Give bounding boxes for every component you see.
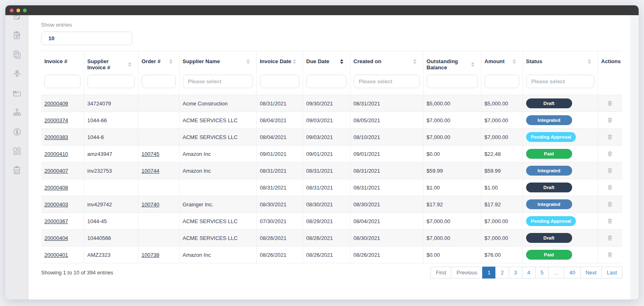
sidebar-item-handshake-icon[interactable] <box>12 69 22 79</box>
sidebar-item-invoice-check-icon[interactable] <box>12 15 22 21</box>
outstanding-balance-cell: $0.00 <box>423 146 481 162</box>
filter-select-created_on[interactable] <box>354 75 420 88</box>
sidebar-item-documents-icon[interactable] <box>12 50 22 59</box>
due-date-cell: 08/26/2021 <box>303 247 350 263</box>
filter-select-status[interactable] <box>526 75 594 88</box>
delete-invoice-button[interactable] <box>606 217 614 226</box>
supplier-invoice-cell: 1044-66 <box>84 112 138 129</box>
page-button-next[interactable]: Next <box>580 267 602 279</box>
filter-input-invoice[interactable] <box>44 75 80 88</box>
sidebar-item-grid-icon[interactable] <box>12 146 22 156</box>
order-number-cell: 100745 <box>138 146 179 162</box>
invoice-number-link[interactable]: 20000383 <box>44 134 68 140</box>
column-header-invoice_date[interactable]: Invoice Date <box>256 51 303 73</box>
order-number-link[interactable]: 100740 <box>142 201 159 208</box>
table-header-row: Invoice #Supplier Invoice #Order #Suppli… <box>41 51 622 73</box>
page-button-…: … <box>548 267 564 279</box>
invoice-number-link[interactable]: 20000410 <box>44 151 68 157</box>
page-button-first[interactable]: First <box>430 267 451 279</box>
column-header-status[interactable]: Status <box>522 51 598 73</box>
invoice-number-link[interactable]: 20000408 <box>44 185 68 191</box>
show-entries-select[interactable]: 10 <box>41 32 132 45</box>
status-badge: Draft <box>526 183 572 192</box>
filter-input-supplier_invoice[interactable] <box>87 75 135 88</box>
invoice-number-link[interactable]: 20000409 <box>44 100 68 107</box>
trash-icon <box>607 100 613 107</box>
sidebar-item-dollar-circle-icon[interactable] <box>12 127 22 137</box>
delete-invoice-button[interactable] <box>606 183 614 192</box>
column-header-created_on[interactable]: Created on <box>350 51 423 73</box>
page-button-40[interactable]: 40 <box>564 267 580 279</box>
invoice-date-cell: 08/26/2021 <box>256 230 303 247</box>
invoice-number-link[interactable]: 20000401 <box>44 252 68 258</box>
filter-input-order[interactable] <box>142 75 176 88</box>
sort-arrows-icon[interactable] <box>169 59 172 64</box>
delete-invoice-button[interactable] <box>606 116 614 125</box>
page-button-previous[interactable]: Previous <box>451 267 483 279</box>
close-window-button[interactable] <box>10 9 14 12</box>
amount-value: $22.48 <box>485 151 501 157</box>
due-date-cell: 08/31/2021 <box>303 179 350 196</box>
sidebar-item-sitemap-icon[interactable] <box>12 107 22 117</box>
invoice-number-link[interactable]: 20000404 <box>44 235 68 241</box>
amount-cell: $1.00 <box>481 179 522 196</box>
delete-invoice-button[interactable] <box>606 166 614 175</box>
invoice-number-link[interactable]: 20000403 <box>44 201 68 208</box>
sort-arrows-icon[interactable] <box>128 62 131 67</box>
created-on-value: 08/31/2021 <box>354 185 380 191</box>
filter-input-outstanding[interactable] <box>427 75 478 88</box>
order-number-link[interactable]: 100745 <box>142 151 159 157</box>
supplier-invoice-cell: AMZ2323 <box>84 247 138 263</box>
app-window: Show entries 10 Invoice #Supplier Invoic… <box>5 5 639 299</box>
filter-select-supplier_name[interactable] <box>183 75 253 88</box>
trash-icon <box>607 217 613 225</box>
due-date-value: 08/26/2021 <box>306 235 333 241</box>
sort-arrows-icon[interactable] <box>340 59 343 64</box>
order-number-cell: 100740 <box>138 196 179 213</box>
page-button-last[interactable]: Last <box>601 267 622 279</box>
filter-input-amount[interactable] <box>485 75 519 88</box>
page-button-3[interactable]: 3 <box>509 267 522 279</box>
sidebar-item-checklist-icon[interactable] <box>12 165 22 175</box>
sidebar-item-clipboard-edit-icon[interactable] <box>12 30 22 40</box>
status-cell: Draft <box>522 179 598 196</box>
sidebar-item-folder-icon[interactable] <box>12 88 22 98</box>
page-button-4[interactable]: 4 <box>522 267 536 279</box>
actions-cell <box>598 179 622 196</box>
show-entries-value: 10 <box>48 35 54 41</box>
column-header-supplier_invoice[interactable]: Supplier Invoice # <box>84 51 138 73</box>
sort-arrows-icon[interactable] <box>413 59 416 64</box>
invoice-number-link[interactable]: 20000374 <box>44 117 68 123</box>
zoom-window-button[interactable] <box>23 9 27 12</box>
page-button-5[interactable]: 5 <box>535 267 549 279</box>
supplier-name-cell: ACME SERVICES LLC <box>179 230 256 247</box>
column-header-amount[interactable]: Amount <box>481 51 522 73</box>
invoice-number-link[interactable]: 20000407 <box>44 168 68 174</box>
delete-invoice-button[interactable] <box>606 149 614 158</box>
filter-input-invoice_date[interactable] <box>260 75 299 88</box>
page-button-1[interactable]: 1 <box>482 267 496 279</box>
column-header-order[interactable]: Order # <box>138 51 179 73</box>
scrollbar-track[interactable] <box>630 15 639 299</box>
sort-arrows-icon[interactable] <box>588 59 591 64</box>
delete-invoice-button[interactable] <box>606 233 614 242</box>
delete-invoice-button[interactable] <box>606 250 614 259</box>
delete-invoice-button[interactable] <box>606 132 614 142</box>
invoice-number-link[interactable]: 20000367 <box>44 218 68 224</box>
sort-arrows-icon[interactable] <box>513 59 516 64</box>
filter-input-due_date[interactable] <box>306 75 347 88</box>
column-header-outstanding[interactable]: Outstanding Balance <box>423 51 481 73</box>
delete-invoice-button[interactable] <box>606 99 614 108</box>
minimize-window-button[interactable] <box>16 9 20 12</box>
sort-arrows-icon[interactable] <box>246 59 250 64</box>
page-button-2[interactable]: 2 <box>495 267 509 279</box>
column-header-due_date[interactable]: Due Date <box>303 51 350 73</box>
sort-arrows-icon[interactable] <box>293 59 296 64</box>
supplier-name-cell <box>179 179 256 196</box>
sort-arrows-icon[interactable] <box>471 62 474 67</box>
delete-invoice-button[interactable] <box>606 200 614 209</box>
status-cell: Paid <box>522 247 598 263</box>
order-number-link[interactable]: 100738 <box>142 252 159 258</box>
column-header-supplier_name[interactable]: Supplier Name <box>179 51 256 73</box>
order-number-link[interactable]: 100744 <box>142 168 159 174</box>
